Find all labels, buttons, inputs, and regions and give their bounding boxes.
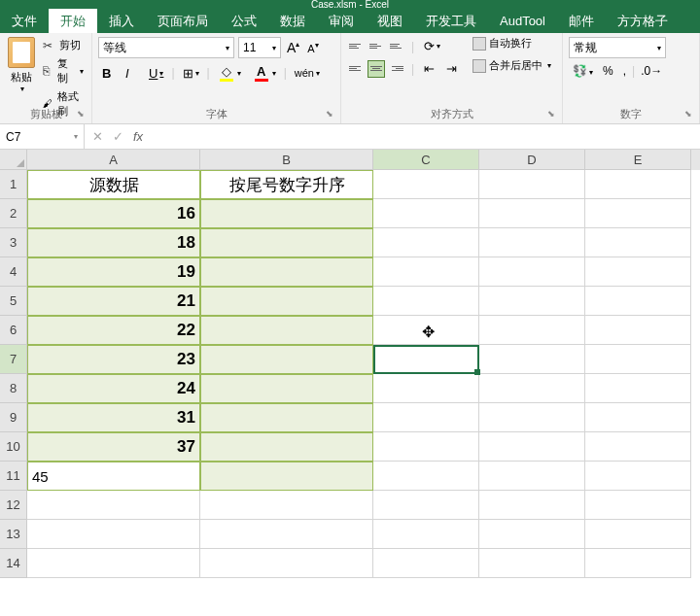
align-launcher[interactable]: ⬊ — [547, 109, 559, 120]
font-launcher[interactable]: ⬊ — [326, 109, 337, 120]
cell-D6[interactable] — [479, 316, 585, 345]
cell-C1[interactable] — [373, 170, 479, 199]
tab-file[interactable]: 文件 — [0, 9, 49, 33]
row-header-7[interactable]: 7 — [0, 345, 27, 374]
tab-review[interactable]: 审阅 — [317, 9, 366, 33]
cell-A3[interactable]: 18 — [27, 228, 200, 257]
align-middle-button[interactable] — [368, 38, 385, 55]
row-header-3[interactable]: 3 — [0, 228, 27, 257]
cell-B13[interactable] — [200, 520, 373, 549]
cell-C11[interactable] — [373, 462, 479, 491]
row-header-12[interactable]: 12 — [0, 491, 27, 520]
cell-B6[interactable] — [200, 316, 373, 345]
cell-B1[interactable]: 按尾号数字升序 — [200, 170, 373, 199]
cell-B5[interactable] — [200, 287, 373, 316]
cell-A7[interactable]: 23 — [27, 345, 200, 374]
grow-font-button[interactable]: A▴ — [285, 40, 301, 55]
tab-layout[interactable]: 页面布局 — [146, 9, 220, 33]
copy-button[interactable]: 复制▾ — [41, 55, 86, 86]
row-header-2[interactable]: 2 — [0, 199, 27, 228]
currency-button[interactable]: 💱▾ — [569, 62, 597, 80]
tab-view[interactable]: 视图 — [366, 9, 414, 33]
bold-button[interactable]: B — [98, 64, 118, 83]
cell-C14[interactable] — [373, 549, 479, 578]
cell-D3[interactable] — [479, 228, 585, 257]
row-header-9[interactable]: 9 — [0, 403, 27, 432]
align-center-button[interactable] — [368, 60, 385, 78]
cell-B2[interactable] — [200, 199, 373, 228]
fill-color-button[interactable]: ◇▾ — [214, 62, 245, 84]
cell-E10[interactable] — [585, 432, 691, 462]
font-color-button[interactable]: A▾ — [249, 62, 280, 84]
cell-B12[interactable] — [200, 491, 373, 520]
align-top-button[interactable] — [347, 38, 365, 55]
cell-D1[interactable] — [479, 170, 585, 199]
cell-E3[interactable] — [585, 228, 691, 257]
indent-decrease-button[interactable]: ⇤ — [420, 59, 439, 78]
cells-area[interactable]: 源数据按尾号数字升序16181921222324313745 ✥ — [27, 170, 691, 578]
fx-button[interactable]: fx — [133, 129, 143, 144]
number-format-select[interactable]: 常规▾ — [569, 37, 666, 58]
cell-E4[interactable] — [585, 257, 691, 287]
cell-A4[interactable]: 19 — [27, 257, 200, 287]
cell-E9[interactable] — [585, 403, 691, 432]
col-header-A[interactable]: A — [27, 150, 200, 170]
cell-D11[interactable] — [479, 462, 585, 491]
tab-formula[interactable]: 公式 — [220, 9, 268, 33]
cell-E1[interactable] — [585, 170, 691, 199]
cell-D4[interactable] — [479, 257, 585, 287]
row-header-8[interactable]: 8 — [0, 374, 27, 403]
cell-B8[interactable] — [200, 374, 373, 403]
cell-D8[interactable] — [479, 374, 585, 403]
cell-A5[interactable]: 21 — [27, 287, 200, 316]
font-size-select[interactable]: 11▾ — [238, 37, 281, 58]
cell-D2[interactable] — [479, 199, 585, 228]
row-header-5[interactable]: 5 — [0, 287, 27, 316]
comma-button[interactable]: , — [619, 62, 630, 80]
cell-D12[interactable] — [479, 491, 585, 520]
col-header-E[interactable]: E — [585, 150, 691, 170]
cell-C13[interactable] — [373, 520, 479, 549]
orientation-button[interactable]: ⟳▾ — [420, 37, 444, 55]
cell-B3[interactable] — [200, 228, 373, 257]
row-header-4[interactable]: 4 — [0, 257, 27, 287]
cell-B11[interactable] — [200, 462, 373, 491]
cell-B4[interactable] — [200, 257, 373, 287]
col-header-D[interactable]: D — [479, 150, 585, 170]
cut-button[interactable]: 剪切 — [41, 37, 86, 53]
cell-B10[interactable] — [200, 432, 373, 462]
cell-E8[interactable] — [585, 374, 691, 403]
cell-C6[interactable] — [373, 316, 479, 345]
wrap-text-button[interactable]: 自动换行 — [470, 35, 554, 51]
font-name-select[interactable]: 等线▾ — [98, 37, 234, 58]
cell-C10[interactable] — [373, 432, 479, 462]
phonetic-button[interactable]: wén▾ — [291, 65, 324, 81]
tab-fgz[interactable]: 方方格子 — [606, 9, 680, 33]
cell-A1[interactable]: 源数据 — [27, 170, 200, 199]
cell-E11[interactable] — [585, 462, 691, 491]
merge-center-button[interactable]: 合并后居中▾ — [470, 57, 554, 74]
cell-D13[interactable] — [479, 520, 585, 549]
cell-D7[interactable] — [479, 345, 585, 374]
align-left-button[interactable] — [347, 60, 365, 78]
col-header-C[interactable]: C — [373, 150, 479, 170]
shrink-font-button[interactable]: A▾ — [305, 41, 320, 54]
cell-C8[interactable] — [373, 374, 479, 403]
cancel-formula-button[interactable]: ✕ — [92, 129, 103, 144]
cell-E14[interactable] — [585, 549, 691, 578]
accept-formula-button[interactable]: ✓ — [113, 129, 123, 144]
cell-B14[interactable] — [200, 549, 373, 578]
cell-A2[interactable]: 16 — [27, 199, 200, 228]
cell-A8[interactable]: 24 — [27, 374, 200, 403]
formula-input[interactable] — [151, 124, 700, 149]
cell-E13[interactable] — [585, 520, 691, 549]
cell-D9[interactable] — [479, 403, 585, 432]
cell-A14[interactable] — [27, 549, 200, 578]
cell-C7[interactable] — [373, 345, 479, 374]
cell-C2[interactable] — [373, 199, 479, 228]
cell-B7[interactable] — [200, 345, 373, 374]
border-button[interactable]: ⊞▾ — [179, 64, 203, 83]
tab-audtool[interactable]: AudTool — [488, 9, 557, 33]
cell-A6[interactable]: 22 — [27, 316, 200, 345]
row-header-11[interactable]: 11 — [0, 462, 27, 491]
